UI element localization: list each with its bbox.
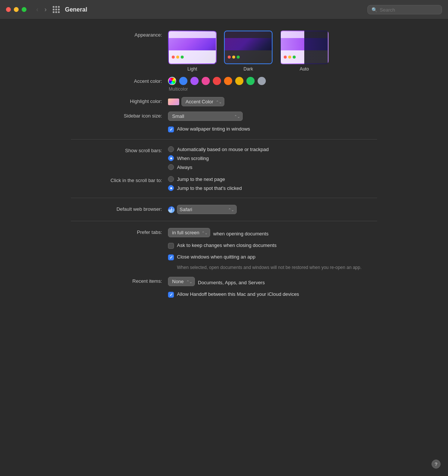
browser-select-wrapper: Safari Chrome Firefox (168, 205, 237, 214)
handoff-checkbox[interactable]: ✓ (168, 292, 174, 298)
accent-color-row: Accent color: Multicolor (71, 77, 377, 92)
main-content: Appearance: Light (56, 19, 392, 318)
wallpaper-tinting-control: ✓ Allow wallpaper tinting in windows (168, 126, 377, 132)
accent-orange-btn[interactable] (224, 77, 232, 85)
sidebar-icon-size-select[interactable]: Small Medium Large (168, 112, 243, 121)
dot-green (293, 56, 296, 59)
minimize-button[interactable] (14, 7, 19, 12)
grid-button[interactable] (53, 6, 60, 13)
divider-3 (71, 221, 377, 221)
grid-dot (53, 6, 55, 8)
appearance-dark[interactable]: Dark (224, 31, 273, 72)
click-scroll-bar-label: Click in the scroll bar to: (71, 176, 168, 183)
auto-label: Auto (300, 66, 309, 72)
default-web-browser-select[interactable]: Safari Chrome Firefox (177, 205, 237, 214)
safari-svg (169, 207, 174, 212)
click-scroll-next-page-row[interactable]: Jump to the next page (168, 176, 242, 182)
auto-preview (280, 31, 329, 64)
accent-purple-btn[interactable] (190, 77, 199, 85)
appearance-auto[interactable]: Auto (280, 31, 329, 72)
scroll-bars-auto-row[interactable]: Automatically based on mouse or trackpad (168, 146, 269, 152)
ask-keep-changes-control: Ask to keep changes when closing documen… (168, 242, 377, 249)
accent-multicolor-btn[interactable] (168, 77, 176, 85)
check-icon: ✓ (169, 293, 173, 297)
ask-keep-changes-row: Ask to keep changes when closing documen… (71, 242, 377, 249)
prefer-tabs-suffix: when opening documents (213, 229, 268, 237)
scroll-bars-always-row[interactable]: Always (168, 164, 269, 170)
dot-red (284, 56, 287, 59)
light-label: Light (187, 66, 197, 72)
default-web-browser-label: Default web browser: (71, 205, 168, 212)
scroll-bars-when-scrolling-radio[interactable] (168, 155, 174, 161)
close-button[interactable] (6, 7, 11, 12)
accent-pink-btn[interactable] (202, 77, 210, 85)
default-web-browser-control: Safari Chrome Firefox (168, 205, 377, 214)
highlight-color-row: Highlight color: Accent Color (71, 97, 377, 106)
prefer-tabs-control: always in full screen manually when open… (168, 228, 377, 237)
click-scroll-bar-control: Jump to the next page Jump to the spot t… (168, 176, 377, 191)
accent-colors (168, 77, 266, 85)
back-button[interactable]: ‹ (34, 5, 41, 14)
scroll-bars-when-scrolling-row[interactable]: When scrolling (168, 155, 269, 161)
search-input[interactable] (380, 7, 438, 12)
click-scroll-spot-clicked-row[interactable]: Jump to the spot that's clicked (168, 185, 242, 191)
accent-red-btn[interactable] (213, 77, 221, 85)
prefer-tabs-select[interactable]: always in full screen manually (168, 228, 210, 237)
light-preview-top (169, 31, 216, 38)
highlight-color-select[interactable]: Accent Color (181, 97, 224, 106)
appearance-control: Light Dark (168, 31, 377, 72)
click-scroll-bar-row: Click in the scroll bar to: Jump to the … (71, 176, 377, 191)
recent-items-suffix: Documents, Apps, and Servers (198, 278, 265, 285)
dot-red (172, 56, 175, 59)
ask-keep-changes-checkbox-row: Ask to keep changes when closing documen… (168, 242, 277, 249)
grid-dot (58, 9, 60, 10)
accent-yellow-btn[interactable] (235, 77, 243, 85)
accent-blue-btn[interactable] (179, 77, 187, 85)
scroll-bars-auto-radio[interactable] (168, 146, 174, 152)
recent-items-select[interactable]: None 5 10 15 20 30 50 (168, 277, 195, 286)
ask-keep-changes-checkbox[interactable] (168, 243, 174, 249)
close-windows-description: When selected, open documents and window… (177, 264, 361, 271)
check-icon: ✓ (169, 128, 173, 132)
recent-items-label: Recent items: (71, 277, 168, 284)
sidebar-icon-size-label: Sidebar icon size: (71, 112, 168, 119)
forward-button[interactable]: › (42, 5, 49, 14)
accent-green-btn[interactable] (246, 77, 255, 85)
scroll-bars-always-radio[interactable] (168, 164, 174, 170)
maximize-button[interactable] (22, 7, 27, 12)
scroll-bars-row: Show scroll bars: Automatically based on… (71, 146, 377, 170)
scroll-bars-control: Automatically based on mouse or trackpad… (168, 146, 377, 170)
sidebar-select-wrapper: Small Medium Large (168, 112, 243, 121)
dark-preview-top (225, 31, 272, 38)
grid-dot (58, 11, 60, 13)
scroll-bars-label: Show scroll bars: (71, 146, 168, 153)
highlight-select-wrapper: Accent Color (168, 97, 224, 106)
appearance-light[interactable]: Light (168, 31, 217, 72)
handoff-empty-label (71, 291, 168, 293)
dot-yellow (176, 56, 179, 59)
help-button[interactable]: ? (432, 460, 441, 469)
accent-col: Multicolor (168, 77, 266, 92)
dark-label: Dark (243, 66, 253, 72)
highlight-color-label: Highlight color: (71, 97, 168, 104)
dot-yellow (288, 56, 291, 59)
ask-keep-changes-text: Ask to keep changes when closing documen… (177, 242, 277, 248)
scroll-bars-radio-group: Automatically based on mouse or trackpad… (168, 146, 269, 170)
recent-items-row: Recent items: None 5 10 15 20 30 50 Docu… (71, 277, 377, 286)
dot-red (228, 56, 231, 59)
check-icon: ✓ (169, 256, 173, 260)
nav-arrows: ‹ › (34, 5, 49, 14)
click-scroll-next-page-radio[interactable] (168, 176, 174, 182)
recent-items-control: None 5 10 15 20 30 50 Documents, Apps, a… (168, 277, 377, 286)
click-scroll-spot-clicked-radio[interactable] (168, 185, 174, 191)
scroll-bars-auto-label: Automatically based on mouse or trackpad (177, 147, 269, 152)
close-windows-checkbox[interactable]: ✓ (168, 254, 174, 260)
close-windows-checkbox-row: ✓ Close windows when quitting an app (168, 254, 255, 260)
accent-graphite-btn[interactable] (258, 77, 266, 85)
handoff-text: Allow Handoff between this Mac and your … (177, 291, 299, 297)
click-scroll-bar-radio-group: Jump to the next page Jump to the spot t… (168, 176, 242, 191)
close-windows-row: ✓ Close windows when quitting an app Whe… (71, 254, 377, 271)
search-bar[interactable]: 🔍 (367, 5, 442, 14)
highlight-swatch (168, 98, 179, 105)
wallpaper-tinting-checkbox[interactable]: ✓ (168, 126, 174, 132)
